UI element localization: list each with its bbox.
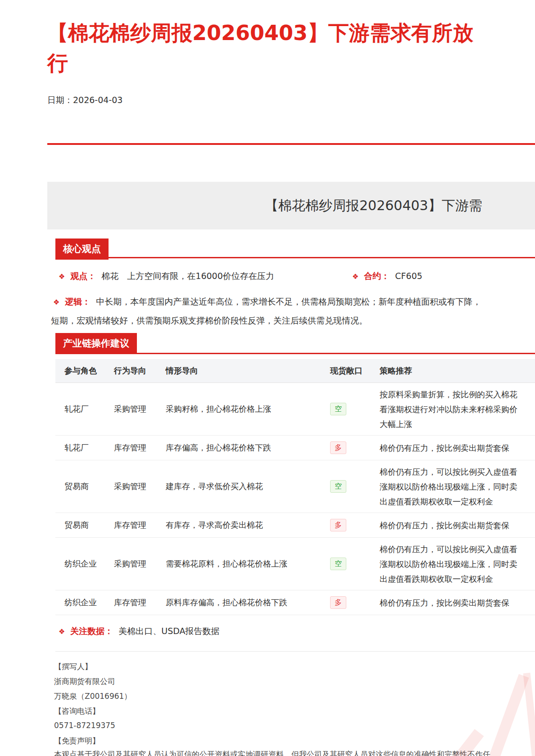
col-header-strategy: 策略推荐 (380, 365, 535, 376)
cell-behavior: 库存管理 (114, 520, 166, 531)
exposure-badge: 多 (330, 519, 346, 531)
table-row: 纺织企业 库存管理 原料库存偏高，担心棉花价格下跌 多 棉价仍有压力，按比例卖出… (55, 590, 535, 615)
cell-behavior: 库存管理 (114, 442, 166, 453)
footer-disclaimer-header: 【免责声明】 (54, 736, 100, 746)
logic-text-line1: 中长期，本年度国内产量达近年高位，需求增长不足，供需格局预期宽松；新年度种植面积… (96, 297, 481, 306)
exposure-badge: 空 (330, 403, 346, 415)
cell-scenario: 需要棉花原料，担心棉花价格上涨 (166, 558, 330, 569)
core-section-underline (55, 257, 535, 258)
cell-scenario: 原料库存偏高，担心棉花价格下跌 (166, 597, 330, 608)
exposure-badge: 空 (330, 480, 346, 493)
strategy-line: 棉价仍有压力，按比例卖出期货套保 (380, 595, 535, 610)
strategy-line: 棉价仍有压力，按比例卖出期货套保 (380, 441, 535, 455)
col-header-scenario: 情形导向 (166, 365, 330, 376)
focus-data-row: ❖关注数据：美棉出口、USDA报告数据 (59, 626, 220, 637)
strategy-line: 出虚值看跌期权收取一定权利金 (380, 572, 535, 586)
cell-strategy: 棉价仍有压力，可以按比例买入虚值看 涨期权以防价格出现极端上涨，同时卖 出虚值看… (380, 542, 535, 586)
industry-section-underline (55, 353, 535, 354)
page-title: 【棉花棉纱周报20260403】下游需求有所放 行 (47, 18, 473, 78)
table-row: 贸易商 采购管理 建库存，寻求低价买入棉花 空 棉价仍有压力，可以按比例买入虚值… (55, 460, 535, 513)
focus-data-label: 关注数据： (70, 626, 113, 636)
strategy-line: 棉价仍有压力，按比例卖出期货套保 (380, 518, 535, 533)
cell-exposure: 多 (330, 441, 380, 454)
core-section-badge-label: 核心观点 (55, 238, 109, 260)
strategy-line: 按原料采购量折算，按比例的买入棉花 (380, 387, 535, 402)
contract-row: ❖合约：CF605 (352, 270, 422, 282)
core-section-badge: 核心观点 (55, 238, 109, 260)
strategy-line: 看涨期权进行对冲以防未来籽棉采购价 (380, 402, 535, 417)
cell-role: 轧花厂 (55, 404, 114, 414)
table-row: 轧花厂 采购管理 采购籽棉，担心棉花价格上涨 空 按原料采购量折算，按比例的买入… (55, 383, 535, 436)
cell-role: 贸易商 (55, 520, 114, 531)
page-title-line1: 【棉花棉纱周报20260403】下游需求有所放 (47, 18, 473, 48)
footer-analyst: 万晓泉（Z0016961） (54, 691, 131, 702)
cell-behavior: 采购管理 (114, 558, 166, 569)
strategy-line: 棉价仍有压力，可以按比例买入虚值看 (380, 464, 535, 479)
cell-strategy: 棉价仍有压力，按比例卖出期货套保 (380, 518, 535, 533)
cell-scenario: 库存偏高，担心棉花价格下跌 (166, 442, 330, 453)
cell-scenario: 有库存，寻求高价卖出棉花 (166, 520, 330, 531)
cell-exposure: 空 (330, 558, 380, 570)
watermark-stroke (523, 673, 535, 756)
cell-scenario: 采购籽棉，担心棉花价格上涨 (166, 404, 330, 414)
table-row: 轧花厂 库存管理 库存偏高，担心棉花价格下跌 多 棉价仍有压力，按比例卖出期货套… (55, 436, 535, 460)
logic-row-line2: 短期，宏观情绪较好，供需预期乐观支撑棉价阶段性反弹，关注后续供需兑现情况。 (51, 315, 367, 327)
cell-role: 贸易商 (55, 481, 114, 492)
logic-label: 逻辑： (65, 297, 91, 306)
exposure-badge: 多 (330, 441, 346, 454)
footer-phone-header: 【咨询电话】 (54, 706, 100, 716)
col-header-role: 参与角色 (55, 365, 114, 376)
cell-role: 纺织企业 (55, 558, 114, 569)
footer-divider (55, 651, 535, 652)
col-header-behavior: 行为导向 (114, 365, 166, 376)
strategy-line: 出虚值看跌期权收取一定权利金 (380, 494, 535, 509)
page-title-line2: 行 (47, 48, 473, 78)
viewpoint-row: ❖观点：棉花 上方空间有限，在16000价位存在压力 (59, 270, 274, 282)
focus-data-text: 美棉出口、USDA报告数据 (118, 626, 219, 636)
watermark-stroke (483, 674, 529, 756)
exposure-badge: 多 (330, 596, 346, 609)
logic-row-line1: ❖逻辑：中长期，本年度国内产量达近年高位，需求增长不足，供需格局预期宽松；新年度… (53, 296, 481, 308)
cell-behavior: 采购管理 (114, 404, 166, 414)
col-header-exposure: 现货敞口 (330, 365, 380, 376)
strategy-line: 涨期权以防价格出现极端上涨，同时卖 (380, 479, 535, 494)
diamond-bullet-icon: ❖ (53, 298, 59, 306)
industry-section-badge-label: 产业链操作建议 (55, 333, 137, 354)
footer-company: 浙商期货有限公司 (54, 676, 115, 687)
footer-author-header: 【撰写人】 (54, 662, 92, 672)
cell-scenario: 建库存，寻求低价买入棉花 (166, 481, 330, 492)
diamond-bullet-icon: ❖ (59, 627, 65, 636)
cell-strategy: 棉价仍有压力，可以按比例买入虚值看 涨期权以防价格出现极端上涨，同时卖 出虚值看… (380, 464, 535, 509)
report-date: 日期：2026-04-03 (47, 94, 122, 106)
banner-title: 【棉花棉纱周报20260403】下游需 (265, 182, 482, 230)
industry-section-badge: 产业链操作建议 (55, 333, 137, 354)
diamond-bullet-icon: ❖ (59, 272, 65, 281)
cell-exposure: 多 (330, 519, 380, 531)
cell-exposure: 多 (330, 596, 380, 609)
exposure-badge: 空 (330, 558, 346, 570)
cell-role: 轧花厂 (55, 442, 114, 453)
table-row: 纺织企业 采购管理 需要棉花原料，担心棉花价格上涨 空 棉价仍有压力，可以按比例… (55, 538, 535, 590)
cell-behavior: 库存管理 (114, 597, 166, 608)
red-divider (47, 143, 535, 145)
contract-label: 合约： (364, 271, 390, 281)
strategy-line: 棉价仍有压力，可以按比例买入虚值看 (380, 542, 535, 557)
logic-text-line2: 短期，宏观情绪较好，供需预期乐观支撑棉价阶段性反弹，关注后续供需兑现情况。 (51, 315, 367, 325)
cell-strategy: 棉价仍有压力，按比例卖出期货套保 (380, 595, 535, 610)
report-page: 【棉花棉纱周报20260403】下游需求有所放 行 日期：2026-04-03 … (0, 0, 535, 756)
viewpoint-label: 观点： (70, 271, 96, 281)
cell-exposure: 空 (330, 403, 380, 415)
diamond-bullet-icon: ❖ (352, 272, 358, 281)
report-banner: 【棉花棉纱周报20260403】下游需 (47, 182, 535, 230)
table-header-row: 参与角色 行为导向 情形导向 现货敞口 策略推荐 (55, 359, 535, 383)
cell-strategy: 按原料采购量折算，按比例的买入棉花 看涨期权进行对冲以防未来籽棉采购价 大幅上涨 (380, 387, 535, 432)
table-row: 贸易商 库存管理 有库存，寻求高价卖出棉花 多 棉价仍有压力，按比例卖出期货套保 (55, 513, 535, 538)
contract-value: CF605 (395, 271, 422, 281)
footer-phone-number: 0571-87219375 (54, 721, 115, 730)
cell-strategy: 棉价仍有压力，按比例卖出期货套保 (380, 441, 535, 455)
advice-table: 参与角色 行为导向 情形导向 现货敞口 策略推荐 轧花厂 采购管理 采购籽棉，担… (55, 359, 535, 615)
cell-behavior: 采购管理 (114, 481, 166, 492)
strategy-line: 涨期权以防价格出现极端上涨，同时卖 (380, 557, 535, 572)
footer-disclaimer-text: 本观点基于我公司及其研究人员认为可信的公开资料或实地调研资料，但我公司及其研究人… (54, 749, 490, 756)
cell-role: 纺织企业 (55, 597, 114, 608)
